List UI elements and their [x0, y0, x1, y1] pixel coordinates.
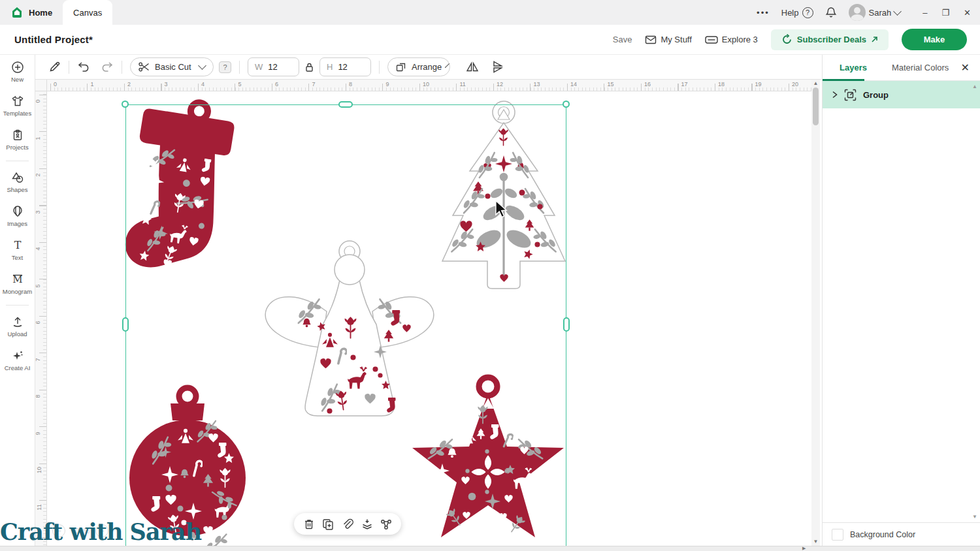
bell-icon[interactable] [825, 7, 837, 18]
sidebar-item-monogram[interactable]: MMonogram [0, 267, 35, 301]
make-button[interactable]: Make [902, 29, 967, 50]
home-tab[interactable]: Home [0, 0, 52, 25]
material-help-chip[interactable]: ? [219, 61, 231, 73]
chevron-down-icon [893, 7, 902, 16]
scissors-icon [139, 62, 150, 72]
project-title: Untitled Project* [0, 34, 93, 45]
more-menu-icon[interactable]: ••• [757, 8, 770, 18]
sidebar-divider [6, 161, 29, 161]
sidebar-item-label: Shapes [7, 186, 27, 193]
ruler-number: 9 [386, 81, 389, 87]
ruler-number: 7 [35, 358, 41, 361]
refresh-circle-icon [781, 34, 792, 45]
selection-handle-top-right[interactable] [563, 101, 570, 108]
weld-icon[interactable] [380, 518, 393, 531]
selection-handle-middle-right[interactable] [563, 317, 570, 332]
arrange-dropdown[interactable]: Arrange [387, 57, 450, 76]
zoom-control[interactable]: − 100% + [52, 524, 108, 537]
sidebar-item-templates[interactable]: Templates [0, 89, 35, 123]
undo-icon[interactable] [77, 61, 90, 73]
explore-label: Explore 3 [722, 35, 758, 44]
cricut-design-space-window: Home Canvas ••• Help ? Sarah – ❐ ✕ [0, 0, 980, 551]
user-name: Sarah [869, 8, 892, 18]
user-menu[interactable]: Sarah [849, 4, 901, 21]
sidebar-item-label: Templates [3, 110, 31, 117]
sidebar-item-text[interactable]: TText [0, 233, 35, 267]
minimize-button[interactable]: – [923, 8, 927, 18]
images-icon [11, 205, 24, 218]
sidebar-item-label: New [11, 76, 24, 83]
sidebar-item-new[interactable]: New [0, 55, 35, 89]
help-button[interactable]: Help ? [781, 7, 813, 18]
ruler-number: 7 [312, 81, 316, 87]
scrollbar-thumb[interactable] [813, 87, 819, 125]
selection-handle-middle-left[interactable] [122, 317, 129, 332]
text-icon: T [11, 239, 24, 252]
sidebar-item-upload[interactable]: Upload [0, 309, 35, 343]
panel-scrollbar[interactable]: ▲ ▼ [971, 84, 979, 520]
redo-icon[interactable] [101, 61, 114, 73]
tab-canvas[interactable]: Canvas [63, 0, 112, 25]
ruler-number: 6 [35, 321, 41, 324]
ruler-corner [35, 80, 47, 91]
save-button[interactable]: Save [613, 35, 632, 44]
sidebar-item-projects[interactable]: Projects [0, 123, 35, 157]
material-type-value: Basic Cut [155, 62, 191, 72]
mouse-cursor [493, 200, 510, 218]
selection-bounding-box[interactable] [125, 104, 566, 546]
subscriber-deals-button[interactable]: Subscriber Deals [771, 29, 889, 50]
panel-scroll-down-icon[interactable]: ▼ [971, 514, 979, 520]
canvas-vertical-scrollbar[interactable]: ▲ ▼ [811, 80, 820, 546]
flip-horizontal-icon[interactable] [466, 61, 479, 72]
scroll-right-icon[interactable]: ▶ [802, 546, 806, 551]
tab-material-colors[interactable]: Material Colors [892, 63, 949, 72]
ruler-number: 11 [460, 81, 466, 87]
chevron-right-icon[interactable] [832, 91, 838, 99]
duplicate-icon[interactable] [321, 518, 335, 531]
ruler-number: 15 [608, 81, 614, 87]
ruler-number: 16 [644, 81, 651, 87]
ruler-number: 20 [792, 81, 798, 87]
maximize-button[interactable]: ❐ [941, 8, 949, 18]
close-button[interactable]: ✕ [964, 8, 971, 18]
ruler-number: 19 [755, 81, 762, 87]
close-panel-icon[interactable]: ✕ [961, 61, 970, 74]
material-type-select[interactable]: Basic Cut [130, 57, 214, 76]
selection-handle-top-center[interactable] [338, 101, 353, 108]
flip-vertical-icon[interactable] [491, 61, 504, 72]
canvas-area[interactable]: 01234567891011121314151617181920 0123456… [35, 80, 811, 546]
scroll-up-icon[interactable]: ▲ [811, 80, 820, 87]
subscriber-deals-label: Subscriber Deals [797, 35, 866, 44]
projects-icon [11, 129, 24, 142]
title-bar: Home Canvas ••• Help ? Sarah – ❐ ✕ [0, 0, 980, 25]
sidebar-item-shapes[interactable]: Shapes [0, 165, 35, 199]
zoom-out-icon[interactable]: − [52, 524, 65, 537]
help-label: Help [781, 8, 799, 18]
selection-handle-top-left[interactable] [122, 101, 129, 108]
ruler-number: 3 [165, 81, 168, 87]
width-field[interactable]: W 12 [248, 57, 299, 76]
sidebar-item-create-ai[interactable]: Create AI [0, 343, 35, 377]
pencil-icon[interactable] [48, 61, 61, 73]
scroll-down-icon[interactable]: ▼ [811, 538, 820, 546]
lock-icon[interactable] [304, 62, 314, 72]
explore-machine-button[interactable]: Explore 3 [705, 35, 758, 44]
avatar [849, 4, 866, 21]
height-label: H [327, 62, 333, 72]
canvas-horizontal-scrollbar[interactable] [0, 546, 980, 551]
panel-scroll-up-icon[interactable]: ▲ [971, 84, 979, 89]
tab-layers[interactable]: Layers [840, 63, 867, 72]
height-field[interactable]: H 12 [319, 57, 371, 76]
attach-icon[interactable] [341, 518, 354, 531]
group-icon [844, 89, 857, 101]
trash-icon[interactable] [302, 518, 316, 531]
sidebar-item-images[interactable]: Images [0, 199, 35, 233]
layer-group-row[interactable]: Group [823, 81, 980, 108]
new-icon [11, 61, 24, 74]
my-stuff-button[interactable]: My Stuff [645, 35, 691, 45]
zoom-in-icon[interactable]: + [95, 524, 108, 537]
ruler-number: 14 [570, 81, 577, 87]
background-color-swatch[interactable] [832, 529, 843, 541]
group-label: Group [863, 90, 889, 100]
flatten-icon[interactable] [361, 518, 374, 531]
